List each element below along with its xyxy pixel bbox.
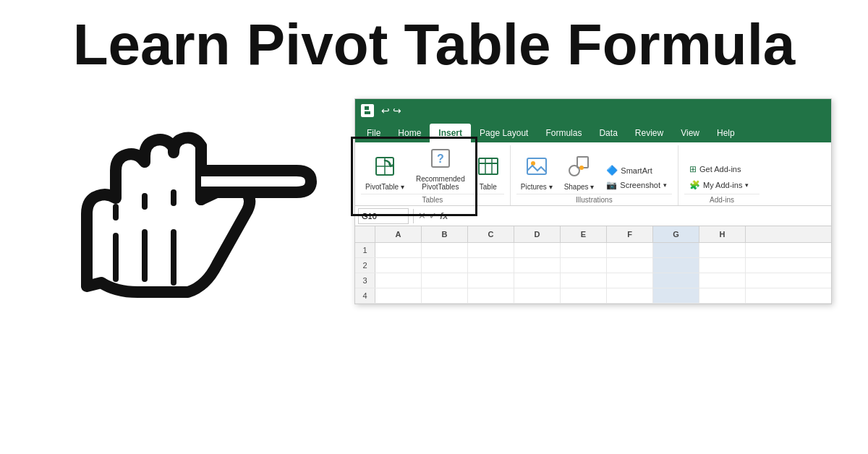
col-header-e[interactable]: E	[561, 226, 607, 242]
cell-a1[interactable]	[375, 243, 422, 257]
col-header-h[interactable]: H	[699, 226, 746, 242]
cell-e3[interactable]	[561, 273, 607, 288]
recommended-pivot-button[interactable]: ? RecommendedPivotTables	[412, 145, 469, 192]
cell-f1[interactable]	[607, 243, 653, 257]
row-num-1: 1	[355, 243, 375, 257]
grid-row-2: 2	[355, 258, 831, 273]
grid-row-4: 4	[355, 288, 831, 304]
svg-text:?: ?	[437, 153, 444, 165]
cell-h2[interactable]	[699, 258, 746, 273]
col-header-b[interactable]: B	[422, 226, 468, 242]
svg-rect-7	[365, 106, 369, 110]
col-header-c[interactable]: C	[468, 226, 514, 242]
cell-g4[interactable]	[653, 288, 699, 303]
table-label: Table	[480, 183, 497, 191]
cell-b4[interactable]	[422, 288, 468, 303]
addins-group-label: Add-ins	[684, 194, 760, 205]
my-addins-button[interactable]: 🧩 My Add-ins ▾	[687, 179, 751, 191]
cell-d3[interactable]	[514, 273, 561, 288]
hand-pointer-icon	[22, 91, 354, 337]
my-addins-chevron-icon: ▾	[745, 181, 749, 189]
tab-insert[interactable]: Insert	[430, 124, 471, 142]
ribbon-content: PivotTable ▾ ? RecommendedPivotTables	[355, 142, 831, 206]
col-header-f[interactable]: F	[607, 226, 653, 242]
smartart-icon: 🔷	[606, 165, 618, 176]
cell-a3[interactable]	[375, 273, 422, 288]
insert-function-icon[interactable]: fx	[440, 210, 448, 221]
recommended-pivot-icon: ?	[429, 147, 452, 174]
addins-group-items: ⊞ Get Add-ins 🧩 My Add-ins ▾	[684, 145, 754, 194]
col-header-g[interactable]: G	[653, 226, 699, 242]
get-addins-button[interactable]: ⊞ Get Add-ins	[687, 163, 751, 175]
cell-b3[interactable]	[422, 273, 468, 288]
undo-button[interactable]: ↩	[381, 105, 390, 116]
cell-h1[interactable]	[699, 243, 746, 257]
screenshot-button[interactable]: 📷 Screenshot ▾	[604, 179, 669, 191]
tab-file[interactable]: File	[358, 124, 389, 142]
get-addins-icon: ⊞	[689, 164, 697, 174]
content-area: ↩ ↪ File Home Insert Page Layout Formula…	[0, 84, 868, 337]
cell-g3[interactable]	[653, 273, 699, 288]
formula-cancel-icon[interactable]: ✕	[418, 210, 426, 221]
table-button[interactable]: Table	[472, 153, 504, 192]
page-title: Learn Pivot Table Formula	[0, 0, 868, 84]
svg-rect-9	[369, 107, 370, 109]
excel-area: ↩ ↪ File Home Insert Page Layout Formula…	[354, 98, 846, 304]
ribbon-group-addins: ⊞ Get Add-ins 🧩 My Add-ins ▾ Add-ins	[678, 145, 765, 205]
cell-c4[interactable]	[468, 288, 514, 303]
cell-b2[interactable]	[422, 258, 468, 273]
pivot-table-button[interactable]: PivotTable ▾	[361, 153, 409, 192]
cell-e2[interactable]	[561, 258, 607, 273]
tab-review[interactable]: Review	[626, 124, 672, 142]
cell-a2[interactable]	[375, 258, 422, 273]
name-box[interactable]: G10	[358, 208, 409, 224]
cell-b1[interactable]	[422, 243, 468, 257]
cell-g2[interactable]	[653, 258, 699, 273]
pivot-table-label: PivotTable ▾	[365, 183, 404, 191]
excel-save-icon[interactable]	[361, 104, 374, 117]
illustrations-group-label: Illustrations	[516, 194, 672, 205]
formula-input[interactable]	[451, 210, 828, 223]
cell-c2[interactable]	[468, 258, 514, 273]
cell-d1[interactable]	[514, 243, 561, 257]
formula-accept-icon[interactable]: ✓	[429, 210, 437, 221]
cell-h4[interactable]	[699, 288, 746, 303]
svg-rect-15	[479, 158, 498, 174]
cell-f3[interactable]	[607, 273, 653, 288]
shapes-chevron: ▾	[590, 183, 594, 191]
tab-formulas[interactable]: Formulas	[537, 124, 590, 142]
cell-e4[interactable]	[561, 288, 607, 303]
cell-d4[interactable]	[514, 288, 561, 303]
row-num-header	[355, 226, 375, 242]
tab-help[interactable]: Help	[708, 124, 744, 142]
ribbon-group-illustrations: Pictures ▾ Shapes ▾	[511, 145, 678, 205]
cell-c3[interactable]	[468, 273, 514, 288]
cell-c1[interactable]	[468, 243, 514, 257]
pictures-button[interactable]: Pictures ▾	[516, 153, 557, 192]
cell-h3[interactable]	[699, 273, 746, 288]
cell-f4[interactable]	[607, 288, 653, 303]
get-addins-label: Get Add-ins	[699, 165, 741, 174]
tab-view[interactable]: View	[672, 124, 708, 142]
cell-f2[interactable]	[607, 258, 653, 273]
row-num-3: 3	[355, 273, 375, 288]
pictures-chevron: ▾	[549, 183, 553, 191]
ribbon-group-tables: PivotTable ▾ ? RecommendedPivotTables	[355, 145, 511, 205]
my-addins-icon: 🧩	[689, 180, 700, 190]
cell-a4[interactable]	[375, 288, 422, 303]
col-header-a[interactable]: A	[375, 226, 422, 242]
cell-e1[interactable]	[561, 243, 607, 257]
tab-page-layout[interactable]: Page Layout	[471, 124, 537, 142]
ribbon-tabs: File Home Insert Page Layout Formulas Da…	[355, 122, 831, 142]
cell-d2[interactable]	[514, 258, 561, 273]
formula-icons: ✕ ✓ fx	[418, 210, 448, 221]
smartart-button[interactable]: 🔷 SmartArt	[604, 164, 669, 176]
tab-data[interactable]: Data	[590, 124, 626, 142]
redo-button[interactable]: ↪	[393, 105, 401, 116]
grid-row-3: 3	[355, 273, 831, 288]
pictures-icon	[525, 155, 548, 181]
tab-home[interactable]: Home	[389, 124, 430, 142]
col-header-d[interactable]: D	[514, 226, 561, 242]
shapes-button[interactable]: Shapes ▾	[560, 153, 599, 192]
cell-g1[interactable]	[653, 243, 699, 257]
